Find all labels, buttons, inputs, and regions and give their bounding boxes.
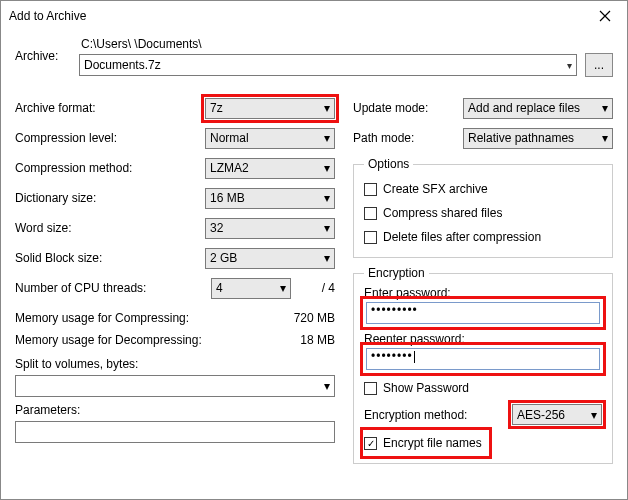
cpu-threads-combo[interactable]: 4▾ <box>211 278 291 299</box>
solid-block-size-label: Solid Block size: <box>15 251 205 265</box>
chevron-down-icon: ▾ <box>324 191 330 205</box>
chevron-down-icon: ▾ <box>324 101 330 115</box>
chevron-down-icon: ▾ <box>280 281 286 295</box>
compression-level-combo[interactable]: Normal▾ <box>205 128 335 149</box>
mem-decompress-label: Memory usage for Decompressing: <box>15 333 255 347</box>
word-size-value: 32 <box>210 221 223 235</box>
mem-compress-label: Memory usage for Compressing: <box>15 311 255 325</box>
update-mode-label: Update mode: <box>353 101 463 115</box>
cpu-threads-value: 4 <box>216 281 223 295</box>
update-mode-value: Add and replace files <box>468 101 580 115</box>
chevron-down-icon: ▾ <box>324 251 330 265</box>
checkbox-icon <box>364 207 377 220</box>
encryption-legend: Encryption <box>364 266 429 280</box>
shared-checkbox[interactable]: Compress shared files <box>364 201 602 225</box>
chevron-down-icon: ▾ <box>324 161 330 175</box>
reenter-password-label: Reenter password: <box>364 332 602 346</box>
show-password-label: Show Password <box>383 381 469 395</box>
dictionary-size-combo[interactable]: 16 MB▾ <box>205 188 335 209</box>
parameters-label: Parameters: <box>15 403 335 417</box>
chevron-down-icon: ▾ <box>567 60 572 71</box>
compression-level-label: Compression level: <box>15 131 205 145</box>
chevron-down-icon: ▾ <box>324 221 330 235</box>
chevron-down-icon: ▾ <box>602 101 608 115</box>
path-mode-label: Path mode: <box>353 131 463 145</box>
split-volumes-label: Split to volumes, bytes: <box>15 357 335 371</box>
compression-method-value: LZMA2 <box>210 161 249 175</box>
encrypt-filenames-label: Encrypt file names <box>383 436 482 450</box>
reenter-password-input[interactable]: •••••••• <box>366 348 600 370</box>
chevron-down-icon: ▾ <box>602 131 608 145</box>
encryption-method-value: AES-256 <box>517 408 565 422</box>
archive-filename: Documents.7z <box>84 58 563 72</box>
dictionary-size-label: Dictionary size: <box>15 191 205 205</box>
sfx-checkbox[interactable]: Create SFX archive <box>364 177 602 201</box>
chevron-down-icon: ▾ <box>324 131 330 145</box>
mem-compress-value: 720 MB <box>255 311 335 325</box>
mem-decompress-value: 18 MB <box>255 333 335 347</box>
path-mode-combo[interactable]: Relative pathnames▾ <box>463 128 613 149</box>
parameters-input[interactable] <box>15 421 335 443</box>
browse-button[interactable]: ... <box>585 53 613 77</box>
path-mode-value: Relative pathnames <box>468 131 574 145</box>
sfx-label: Create SFX archive <box>383 182 488 196</box>
delete-label: Delete files after compression <box>383 230 541 244</box>
encrypt-filenames-checkbox[interactable]: ✓ Encrypt file names <box>364 431 488 455</box>
checkbox-icon <box>364 231 377 244</box>
checkbox-icon <box>364 183 377 196</box>
solid-block-size-combo[interactable]: 2 GB▾ <box>205 248 335 269</box>
close-button[interactable] <box>583 1 627 31</box>
compression-method-combo[interactable]: LZMA2▾ <box>205 158 335 179</box>
cpu-threads-label: Number of CPU threads: <box>15 281 211 295</box>
enter-password-input[interactable]: ••••••••• <box>366 302 600 324</box>
chevron-down-icon: ▾ <box>324 379 330 393</box>
solid-block-size-value: 2 GB <box>210 251 237 265</box>
split-volumes-combo[interactable]: ▾ <box>15 375 335 397</box>
chevron-down-icon: ▾ <box>591 408 597 422</box>
cpu-threads-total: / 4 <box>299 281 335 295</box>
compression-level-value: Normal <box>210 131 249 145</box>
update-mode-combo[interactable]: Add and replace files▾ <box>463 98 613 119</box>
shared-label: Compress shared files <box>383 206 502 220</box>
show-password-checkbox[interactable]: Show Password <box>364 376 602 400</box>
encryption-group: Encryption Enter password: ••••••••• Ree… <box>353 266 613 464</box>
archive-format-value: 7z <box>210 101 223 115</box>
close-icon <box>599 10 611 22</box>
word-size-combo[interactable]: 32▾ <box>205 218 335 239</box>
enter-password-label: Enter password: <box>364 286 602 300</box>
dictionary-size-value: 16 MB <box>210 191 245 205</box>
word-size-label: Word size: <box>15 221 205 235</box>
archive-path: C:\Users\ \Documents\ <box>79 37 613 51</box>
checkbox-checked-icon: ✓ <box>364 437 377 450</box>
encryption-method-label: Encryption method: <box>364 408 504 422</box>
encryption-method-combo[interactable]: AES-256▾ <box>512 404 602 425</box>
window-title: Add to Archive <box>9 9 86 23</box>
archive-name-combo[interactable]: Documents.7z ▾ <box>79 54 577 76</box>
compression-method-label: Compression method: <box>15 161 205 175</box>
checkbox-icon <box>364 382 377 395</box>
archive-format-combo[interactable]: 7z▾ <box>205 98 335 119</box>
archive-label: Archive: <box>15 37 75 63</box>
text-caret <box>414 351 415 363</box>
delete-checkbox[interactable]: Delete files after compression <box>364 225 602 249</box>
archive-format-label: Archive format: <box>15 101 205 115</box>
options-legend: Options <box>364 157 413 171</box>
options-group: Options Create SFX archive Compress shar… <box>353 157 613 258</box>
